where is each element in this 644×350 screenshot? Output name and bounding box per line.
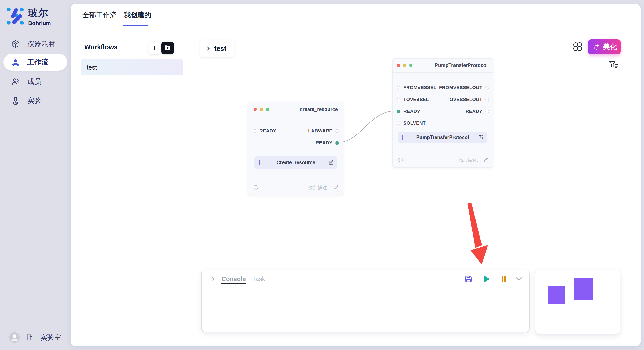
traffic-lights-icon bbox=[397, 64, 412, 67]
input-port-fromvessel[interactable]: FROMVESSEL bbox=[397, 85, 436, 90]
input-port-ready[interactable]: READY bbox=[253, 128, 276, 134]
red-annotation-arrow bbox=[468, 203, 487, 264]
node-header[interactable]: PumpTransferProtocol bbox=[393, 59, 493, 72]
sidebar-item-members[interactable]: 成员 bbox=[0, 74, 71, 90]
port-dot[interactable] bbox=[485, 110, 489, 113]
minimap-node bbox=[574, 278, 593, 300]
port-dot[interactable] bbox=[485, 86, 489, 90]
box-icon bbox=[11, 39, 20, 48]
app-root: 玻尔 Bohrium 仪器耗材 bbox=[0, 0, 644, 350]
port-dot[interactable] bbox=[397, 121, 400, 125]
sidebar-item-instruments[interactable]: 仪器耗材 bbox=[0, 36, 71, 52]
filter-icon bbox=[609, 67, 618, 70]
input-port-tovessel[interactable]: TOVESSEL bbox=[397, 97, 429, 102]
app-subtitle: Bohrium bbox=[28, 20, 51, 26]
sidebar-item-experiment[interactable]: 实验 bbox=[0, 93, 71, 108]
pill-accent-bar bbox=[402, 135, 403, 140]
workflows-title: Workflows bbox=[84, 43, 118, 51]
input-port-solvent[interactable]: SOLVENT bbox=[397, 120, 426, 126]
bohrium-logo-icon bbox=[6, 7, 25, 26]
edit-icon[interactable] bbox=[478, 135, 484, 140]
import-workflow-button[interactable] bbox=[162, 42, 174, 54]
experiment-icon bbox=[11, 96, 20, 105]
sidebar-item-label: 实验 bbox=[27, 96, 41, 105]
console-expand-icon[interactable] bbox=[210, 276, 216, 282]
console-panel: Console Task bbox=[201, 270, 530, 332]
node-title: create_resource bbox=[300, 107, 338, 112]
minimap-node bbox=[548, 286, 566, 304]
tab-all-workflows[interactable]: 全部工作流 bbox=[82, 4, 116, 26]
description-placeholder[interactable]: 添加描述... bbox=[458, 157, 481, 164]
port-dot[interactable] bbox=[397, 98, 400, 101]
edit-icon[interactable] bbox=[328, 160, 334, 165]
sidebar-item-label: 仪器耗材 bbox=[27, 39, 55, 49]
port-dot[interactable] bbox=[485, 98, 489, 101]
sidebar-item-workflow[interactable]: 工作流 bbox=[4, 54, 67, 71]
info-icon[interactable] bbox=[398, 157, 404, 163]
save-icon[interactable] bbox=[464, 275, 473, 283]
workflow-item-name: test bbox=[87, 64, 97, 71]
node-header[interactable]: create_resource bbox=[248, 102, 343, 117]
members-icon bbox=[11, 77, 20, 86]
canvas-minimap[interactable] bbox=[535, 270, 620, 334]
filter-button[interactable] bbox=[609, 61, 618, 70]
main-card: 全部工作流 我创建的 Workflows + bbox=[71, 4, 640, 346]
info-icon[interactable] bbox=[253, 184, 259, 190]
node-pump-transfer-protocol[interactable]: PumpTransferProtocol FROMVESSEL TOVESSEL… bbox=[392, 58, 493, 168]
workflow-list-item[interactable]: test bbox=[81, 59, 183, 75]
workflow-canvas[interactable]: test 美化 bbox=[186, 26, 640, 346]
add-workflow-button[interactable]: + bbox=[148, 42, 161, 54]
traffic-lights-icon bbox=[254, 108, 269, 111]
console-active-underline bbox=[221, 283, 246, 284]
output-port-fromvesselout[interactable]: FROMVESSELOUT bbox=[439, 85, 489, 90]
header-tabs: 全部工作流 我创建的 bbox=[71, 4, 640, 26]
port-dot[interactable] bbox=[336, 141, 339, 145]
chevron-right-icon[interactable] bbox=[205, 45, 211, 52]
node-title: PumpTransferProtocol bbox=[435, 62, 488, 68]
node-footer: 添加描述... bbox=[393, 157, 493, 163]
folder-download-icon bbox=[164, 44, 171, 52]
port-dot[interactable] bbox=[397, 86, 400, 90]
beautify-button[interactable]: 美化 bbox=[588, 39, 620, 54]
building-icon bbox=[26, 333, 34, 342]
output-port-labware[interactable]: LABWARE bbox=[308, 128, 339, 134]
sparkles-icon bbox=[592, 42, 600, 52]
layout-apps-button[interactable] bbox=[572, 42, 583, 52]
command-icon bbox=[572, 41, 583, 52]
breadcrumb[interactable]: test bbox=[200, 40, 234, 57]
user-avatar[interactable] bbox=[9, 332, 20, 343]
port-dot[interactable] bbox=[336, 129, 339, 133]
workflows-panel: Workflows + test bbox=[71, 26, 186, 346]
pill-label: Create_resource bbox=[254, 160, 337, 166]
tab-created-by-me[interactable]: 我创建的 bbox=[124, 4, 151, 26]
brand: 玻尔 Bohrium bbox=[6, 6, 51, 26]
input-port-ready[interactable]: READY bbox=[397, 109, 420, 114]
chevron-down-icon[interactable] bbox=[515, 275, 523, 283]
console-tab-task[interactable]: Task bbox=[252, 276, 265, 283]
node-action-pill[interactable]: PumpTransferProtocol bbox=[398, 132, 487, 143]
output-port-ready[interactable]: READY bbox=[466, 109, 489, 114]
node-create-resource[interactable]: create_resource READY LABWARE READY Crea… bbox=[248, 102, 343, 195]
pill-accent-bar bbox=[258, 160, 260, 165]
description-placeholder[interactable]: 添加描述... bbox=[308, 184, 331, 191]
node-footer: 添加描述... bbox=[248, 184, 343, 190]
console-tab-console[interactable]: Console bbox=[222, 276, 246, 283]
output-port-ready[interactable]: READY bbox=[316, 140, 339, 146]
pause-icon[interactable] bbox=[500, 275, 508, 283]
sidebar-footer: 实验室 bbox=[9, 332, 61, 343]
pill-label: PumpTransferProtocol bbox=[398, 135, 487, 140]
breadcrumb-label: test bbox=[214, 45, 226, 52]
beautify-label: 美化 bbox=[603, 42, 617, 52]
output-port-tovesselout[interactable]: TOVESSELOUT bbox=[446, 97, 489, 102]
app-title: 玻尔 bbox=[28, 6, 51, 19]
workflow-icon bbox=[11, 58, 20, 67]
pencil-icon[interactable] bbox=[483, 157, 488, 163]
workspace-label[interactable]: 实验室 bbox=[40, 333, 61, 342]
node-action-pill[interactable]: Create_resource bbox=[254, 156, 337, 169]
run-play-icon[interactable] bbox=[482, 275, 490, 283]
pencil-icon[interactable] bbox=[333, 184, 338, 190]
port-dot[interactable] bbox=[397, 110, 400, 113]
sidebar: 玻尔 Bohrium 仪器耗材 bbox=[0, 0, 71, 350]
sidebar-item-label: 工作流 bbox=[27, 57, 48, 67]
port-dot[interactable] bbox=[253, 129, 256, 133]
